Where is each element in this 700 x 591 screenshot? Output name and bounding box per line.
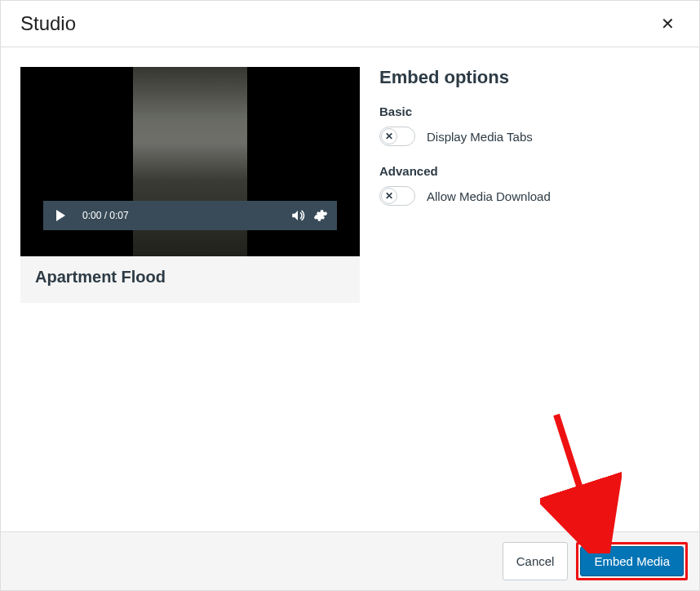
embed-options-title: Embed options bbox=[379, 67, 680, 88]
play-button[interactable] bbox=[48, 204, 73, 227]
modal-footer: Cancel Embed Media bbox=[1, 531, 699, 590]
settings-button[interactable] bbox=[309, 204, 332, 227]
display-media-tabs-row: ✕ Display Media Tabs bbox=[379, 127, 680, 146]
embed-media-highlight: Embed Media bbox=[576, 542, 688, 580]
gear-icon bbox=[313, 208, 328, 223]
modal-header: Studio ✕ bbox=[1, 1, 699, 47]
studio-embed-modal: Studio ✕ 0:00 / 0:07 bbox=[0, 0, 700, 591]
basic-section-label: Basic bbox=[379, 104, 680, 118]
toggle-off-icon: ✕ bbox=[381, 128, 397, 144]
embed-options-panel: Embed options Basic ✕ Display Media Tabs… bbox=[379, 67, 680, 224]
close-icon: ✕ bbox=[661, 15, 675, 33]
allow-media-download-row: ✕ Allow Media Download bbox=[379, 186, 680, 206]
allow-media-download-label: Allow Media Download bbox=[427, 189, 551, 203]
allow-media-download-toggle[interactable]: ✕ bbox=[379, 186, 415, 206]
volume-icon bbox=[290, 208, 305, 223]
modal-title: Studio bbox=[20, 12, 76, 35]
play-icon bbox=[56, 210, 65, 221]
video-card: 0:00 / 0:07 Apartment Flood bbox=[20, 67, 360, 303]
volume-button[interactable] bbox=[286, 204, 309, 227]
video-controls: 0:00 / 0:07 bbox=[43, 201, 337, 230]
embed-media-button[interactable]: Embed Media bbox=[580, 546, 684, 576]
close-button[interactable]: ✕ bbox=[656, 12, 680, 35]
video-player[interactable]: 0:00 / 0:07 bbox=[20, 67, 360, 256]
video-title: Apartment Flood bbox=[20, 256, 360, 303]
toggle-off-icon: ✕ bbox=[381, 188, 397, 204]
display-media-tabs-label: Display Media Tabs bbox=[427, 130, 533, 144]
modal-body: 0:00 / 0:07 Apartment Flood Embed option… bbox=[1, 47, 699, 531]
advanced-section-label: Advanced bbox=[379, 164, 680, 178]
display-media-tabs-toggle[interactable]: ✕ bbox=[379, 127, 415, 146]
cancel-button[interactable]: Cancel bbox=[503, 542, 569, 580]
video-time: 0:00 / 0:07 bbox=[82, 210, 129, 221]
